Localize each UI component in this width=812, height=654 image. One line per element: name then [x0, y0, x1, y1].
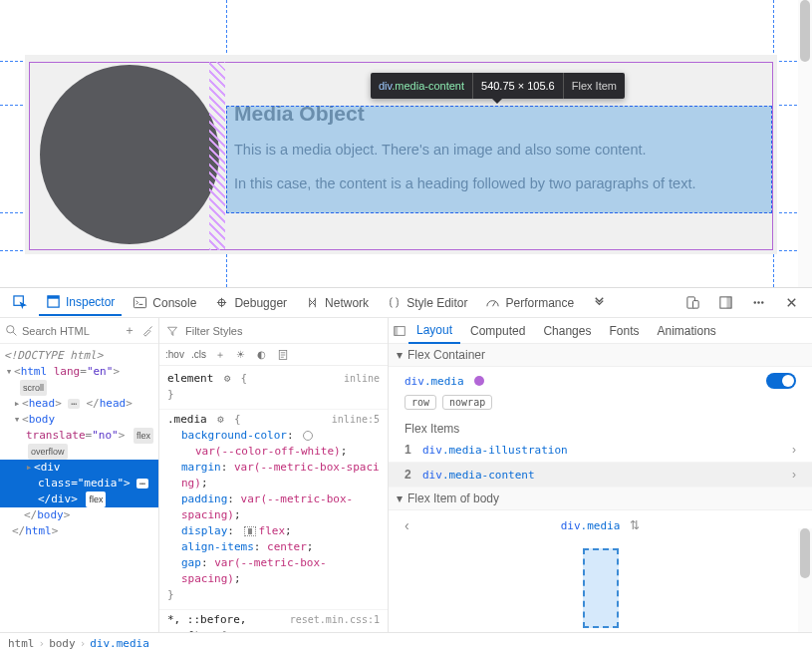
flex-item-2[interactable]: 2div.media-content› — [389, 463, 812, 488]
tooltip-dimensions: 540.75 × 105.6 — [473, 73, 564, 99]
svg-rect-8 — [726, 297, 731, 308]
media-p2: In this case, the content is a heading f… — [234, 173, 762, 193]
tab-performance[interactable]: Performance — [478, 290, 581, 316]
flex-item-diagram — [583, 548, 619, 628]
tab-style-editor[interactable]: Style Editor — [380, 290, 474, 316]
svg-rect-6 — [693, 301, 699, 309]
flex-direction-chip: row — [405, 395, 436, 410]
tab-inspector[interactable]: Inspector — [39, 290, 122, 316]
flex-wrap-chip: nowrap — [442, 395, 492, 410]
svg-point-10 — [757, 301, 759, 303]
kebab-menu-icon[interactable] — [744, 290, 773, 316]
add-node-icon[interactable]: ＋ — [123, 324, 136, 338]
breadcrumb[interactable]: html› body› div.media — [0, 632, 812, 654]
subtab-fonts[interactable]: Fonts — [601, 318, 647, 344]
search-icon — [4, 324, 18, 338]
svg-point-9 — [754, 301, 756, 303]
sidebar-toggle-icon[interactable] — [393, 324, 406, 338]
prev-item-icon[interactable]: ‹ — [405, 517, 409, 533]
filter-icon — [165, 324, 179, 338]
subtab-layout[interactable]: Layout — [408, 318, 460, 344]
viewport-scrollbar[interactable] — [798, 0, 812, 287]
tab-console[interactable]: Console — [126, 290, 203, 316]
tooltip-tag: div — [379, 80, 392, 92]
media-illustration — [40, 65, 219, 244]
tab-network[interactable]: Network — [298, 290, 376, 316]
svg-rect-15 — [395, 326, 399, 335]
flex-badge-icon[interactable]: ⚙ — [220, 372, 234, 386]
dom-tree[interactable]: <!DOCTYPE html> ▾<html lang="en"> scroll… — [0, 344, 158, 632]
page-viewport: Media Object This is a media object. The… — [0, 0, 812, 287]
pick-element-icon[interactable] — [6, 290, 35, 316]
scroll-badge[interactable]: scroll — [20, 380, 47, 396]
tooltip-class: .media-content — [392, 80, 464, 92]
styles-panel: :hov .cls ＋ ☀ ◐ element ⚙ {inline } .med… — [159, 318, 389, 632]
hov-toggle[interactable]: :hov — [165, 349, 184, 360]
responsive-mode-icon[interactable] — [678, 290, 707, 316]
media-content: Media Object This is a media object. The… — [234, 99, 762, 211]
print-media-icon[interactable] — [276, 348, 290, 362]
layout-panel: Layout Computed Changes Fonts Animations… — [389, 318, 812, 632]
selected-dom-node[interactable]: ▸<div — [0, 460, 158, 476]
devtools: Inspector Console Debugger Network Style… — [0, 287, 812, 654]
new-rule-icon[interactable]: ＋ — [213, 348, 227, 362]
filter-styles-input[interactable] — [185, 325, 382, 337]
element-info-tooltip: div.media-content 540.75 × 105.6 Flex It… — [371, 73, 625, 99]
devtools-toolbar: Inspector Console Debugger Network Style… — [0, 288, 812, 318]
tooltip-kind: Flex Item — [564, 73, 625, 99]
eyedropper-icon[interactable] — [140, 324, 154, 338]
tab-debugger[interactable]: Debugger — [207, 290, 294, 316]
tabs-overflow[interactable] — [585, 290, 614, 316]
dock-side-icon[interactable] — [711, 290, 740, 316]
flex-item-of-body-header[interactable]: ▾Flex Item of body — [389, 488, 812, 510]
media-p1: This is a media object. There's an image… — [234, 140, 762, 160]
svg-point-12 — [6, 326, 13, 333]
light-scheme-icon[interactable]: ☀ — [234, 348, 248, 362]
overflow-badge[interactable]: overflow — [28, 444, 68, 460]
subtab-changes[interactable]: Changes — [535, 318, 599, 344]
flex-container-header[interactable]: ▾Flex Container — [389, 344, 812, 367]
svg-rect-3 — [135, 297, 146, 307]
close-devtools-icon[interactable] — [777, 290, 806, 316]
dom-search-input[interactable] — [22, 325, 119, 337]
layout-scrollbar[interactable] — [798, 528, 812, 632]
svg-point-11 — [761, 301, 763, 303]
flex-badge-icon[interactable]: ⚙ — [213, 413, 227, 427]
dark-scheme-icon[interactable]: ◐ — [255, 348, 269, 362]
flex-items-header: Flex Items — [389, 416, 812, 438]
media-heading: Media Object — [234, 102, 762, 126]
overlay-toggle[interactable] — [766, 373, 796, 389]
subtab-computed[interactable]: Computed — [462, 318, 533, 344]
flex-item-1[interactable]: 1div.media-illustration› — [389, 438, 812, 463]
overlay-color-swatch[interactable] — [474, 376, 484, 386]
svg-rect-2 — [48, 296, 59, 299]
flex-badge[interactable]: flex — [134, 428, 153, 444]
cls-toggle[interactable]: .cls — [191, 349, 206, 360]
styles-list[interactable]: element ⚙ {inline } .media ⚙ {inline:5 b… — [159, 366, 388, 632]
subtab-animations[interactable]: Animations — [649, 318, 723, 344]
dom-panel: ＋ <!DOCTYPE html> ▾<html lang="en"> scro… — [0, 318, 159, 632]
